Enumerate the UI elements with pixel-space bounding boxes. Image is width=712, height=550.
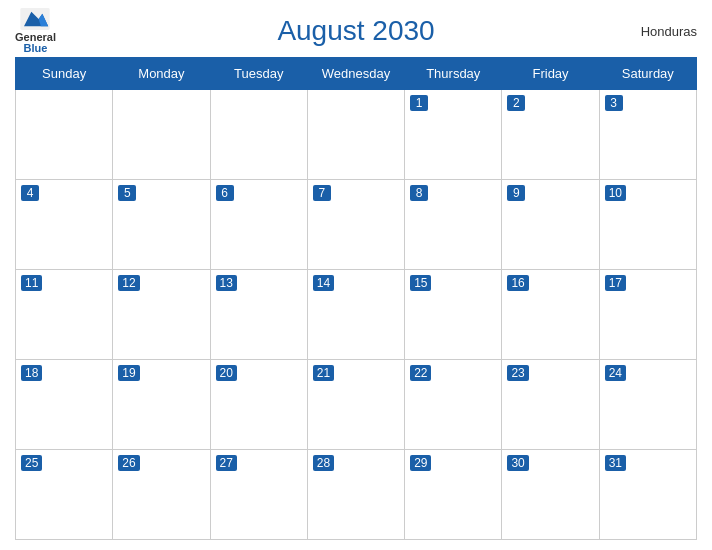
logo-blue: Blue (24, 43, 48, 54)
calendar-day-cell: 26 (113, 450, 210, 540)
calendar-day-cell: 3 (599, 90, 696, 180)
weekday-header-wednesday: Wednesday (307, 58, 404, 90)
day-number: 22 (410, 365, 431, 381)
calendar-title: August 2030 (277, 15, 434, 47)
calendar-day-cell (307, 90, 404, 180)
calendar-day-cell: 8 (405, 180, 502, 270)
day-number: 15 (410, 275, 431, 291)
day-number: 8 (410, 185, 428, 201)
calendar-day-cell: 14 (307, 270, 404, 360)
day-number: 30 (507, 455, 528, 471)
day-number: 7 (313, 185, 331, 201)
day-number: 1 (410, 95, 428, 111)
day-number: 10 (605, 185, 626, 201)
calendar-day-cell: 9 (502, 180, 599, 270)
calendar-day-cell (113, 90, 210, 180)
day-number: 26 (118, 455, 139, 471)
calendar-day-cell: 30 (502, 450, 599, 540)
day-number: 12 (118, 275, 139, 291)
calendar-day-cell: 18 (16, 360, 113, 450)
day-number: 23 (507, 365, 528, 381)
calendar-day-cell: 2 (502, 90, 599, 180)
day-number: 27 (216, 455, 237, 471)
weekday-header-thursday: Thursday (405, 58, 502, 90)
day-number: 6 (216, 185, 234, 201)
day-number: 28 (313, 455, 334, 471)
calendar-week-row: 18192021222324 (16, 360, 697, 450)
logo: General Blue (15, 8, 56, 54)
calendar-day-cell: 19 (113, 360, 210, 450)
calendar-day-cell (210, 90, 307, 180)
day-number: 3 (605, 95, 623, 111)
calendar-header: General Blue August 2030 Honduras (15, 10, 697, 52)
calendar-table: SundayMondayTuesdayWednesdayThursdayFrid… (15, 57, 697, 540)
calendar-day-cell: 10 (599, 180, 696, 270)
day-number: 17 (605, 275, 626, 291)
day-number: 18 (21, 365, 42, 381)
calendar-day-cell: 15 (405, 270, 502, 360)
calendar-day-cell: 6 (210, 180, 307, 270)
calendar-week-row: 25262728293031 (16, 450, 697, 540)
calendar-day-cell: 27 (210, 450, 307, 540)
weekday-header-sunday: Sunday (16, 58, 113, 90)
weekday-header-friday: Friday (502, 58, 599, 90)
calendar-day-cell: 24 (599, 360, 696, 450)
calendar-week-row: 123 (16, 90, 697, 180)
calendar-day-cell: 20 (210, 360, 307, 450)
calendar-day-cell (16, 90, 113, 180)
calendar-day-cell: 4 (16, 180, 113, 270)
day-number: 19 (118, 365, 139, 381)
weekday-header-tuesday: Tuesday (210, 58, 307, 90)
calendar-day-cell: 22 (405, 360, 502, 450)
weekday-header-monday: Monday (113, 58, 210, 90)
day-number: 24 (605, 365, 626, 381)
calendar-day-cell: 28 (307, 450, 404, 540)
day-number: 13 (216, 275, 237, 291)
calendar-day-cell: 12 (113, 270, 210, 360)
calendar-week-row: 45678910 (16, 180, 697, 270)
day-number: 11 (21, 275, 42, 291)
day-number: 9 (507, 185, 525, 201)
calendar-day-cell: 5 (113, 180, 210, 270)
calendar-day-cell: 1 (405, 90, 502, 180)
day-number: 20 (216, 365, 237, 381)
calendar-day-cell: 17 (599, 270, 696, 360)
calendar-day-cell: 25 (16, 450, 113, 540)
calendar-day-cell: 21 (307, 360, 404, 450)
calendar-day-cell: 23 (502, 360, 599, 450)
country-label: Honduras (641, 24, 697, 39)
day-number: 31 (605, 455, 626, 471)
day-number: 14 (313, 275, 334, 291)
calendar-day-cell: 11 (16, 270, 113, 360)
calendar-day-cell: 7 (307, 180, 404, 270)
calendar-week-row: 11121314151617 (16, 270, 697, 360)
day-number: 16 (507, 275, 528, 291)
calendar-day-cell: 13 (210, 270, 307, 360)
day-number: 29 (410, 455, 431, 471)
day-number: 5 (118, 185, 136, 201)
day-number: 4 (21, 185, 39, 201)
day-number: 25 (21, 455, 42, 471)
calendar-day-cell: 29 (405, 450, 502, 540)
calendar-day-cell: 31 (599, 450, 696, 540)
calendar-day-cell: 16 (502, 270, 599, 360)
day-number: 21 (313, 365, 334, 381)
weekday-header-saturday: Saturday (599, 58, 696, 90)
day-number: 2 (507, 95, 525, 111)
weekday-header-row: SundayMondayTuesdayWednesdayThursdayFrid… (16, 58, 697, 90)
